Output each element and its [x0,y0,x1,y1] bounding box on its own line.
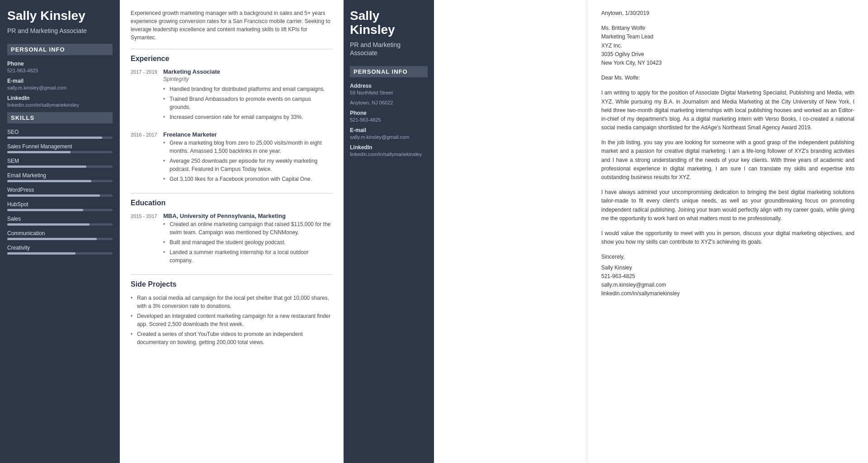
side-project-bullet: Ran a social media ad campaign for the l… [131,294,333,310]
exp-bullet: Created an online marketing campaign tha… [163,220,333,236]
address-label-right: Address [350,83,428,89]
recipient-company: XYZ Inc. [601,42,854,50]
exp-date: 2017 - 2019 [131,68,158,123]
sidebar-right: Sally Kinsley PR and Marketing Associate… [344,0,434,463]
education-heading: Education [131,199,333,207]
cover-paragraph: In the job listing, you say you are look… [601,138,854,182]
exp-bullets: Grew a marketing blog from zero to 25,00… [163,139,333,183]
skill-name: HubSpot [7,201,113,208]
main-content-left: Experienced growth marketing manager wit… [120,0,344,463]
skill-bar-fill [7,252,75,255]
cover-signature: Sally Kinsley 521-963-4825 sally.m.kinsl… [601,264,854,298]
recipient-address2: New York City, NY 10423 [601,59,854,67]
skill-bar-bg [7,180,113,182]
experience-item: 2015 - 2017MBA, University of Pennsylvan… [131,213,333,266]
skills-heading-left: Skills [7,112,113,123]
personal-info-heading-left: Personal Info [7,44,113,55]
exp-details: Freelance MarketerGrew a marketing blog … [163,131,333,185]
skill-name: SEM [7,158,113,164]
email-label-left: E-mail [7,78,113,84]
address-line1-right: 59 Northfield Street [350,90,428,95]
cover-date: Anytown, 1/30/2019 [601,9,854,18]
exp-bullet: Grew a marketing blog from zero to 25,00… [163,139,333,155]
exp-bullet: Increased conversion rate for email camp… [163,113,333,121]
skill-bar-bg [7,238,113,240]
skill-name: Creativity [7,245,113,251]
skill-bar-bg [7,194,113,197]
side-project-bullet: Developed an integrated content marketin… [131,312,333,328]
cover-paragraph: I would value the opportunity to meet wi… [601,229,854,246]
phone-label-right: Phone [350,110,428,116]
sig-phone: 521-963-4825 [601,272,854,281]
resume-right: Sally Kinsley PR and Marketing Associate… [344,0,588,463]
exp-details: MBA, University of Pennsylvania, Marketi… [163,213,333,266]
cover-paragraph: I am writing to apply for the position o… [601,89,854,132]
skill-bar-fill [7,137,102,139]
resume-title-right: PR and Marketing Associate [350,41,428,57]
cover-paragraph: I have always admired your uncompromisin… [601,188,854,223]
skill-bar-fill [7,151,71,153]
skill-bar-bg [7,209,113,211]
skill-bar-fill [7,165,86,168]
side-project-bullet: Created a series of short YouTube videos… [131,330,333,346]
exp-date: 2016 - 2017 [131,131,158,185]
education-list: 2015 - 2017MBA, University of Pennsylvan… [131,213,333,266]
linkedin-value-left: linkedin.com/in/sallymariekinsley [7,102,113,108]
cover-letter: Anytown, 1/30/2019 Ms. Brittany Wolfe Ma… [588,0,868,463]
skills-list: SEOSales Funnel ManagementSEMEmail Marke… [7,129,113,255]
exp-bullets: Handled branding for distributed platfor… [163,85,333,121]
recipient-title: Marketing Team Lead [601,33,854,41]
cover-closing: Sincerely, [601,253,854,261]
cover-recipient: Ms. Brittany Wolfe Marketing Team Lead X… [601,24,854,67]
email-label-right: E-mail [350,127,428,133]
skill-bar-bg [7,137,113,139]
skill-name: Sales Funnel Management [7,143,113,150]
sidebar-left: Sally Kinsley PR and Marketing Associate… [0,0,120,463]
skill-bar-bg [7,223,113,226]
sig-email: sally.m.kinsley@gmail.com [601,281,854,289]
recipient-name: Ms. Brittany Wolfe [601,24,854,33]
skill-bar-bg [7,252,113,255]
skill-name: Sales [7,216,113,222]
side-projects-list: Ran a social media ad campaign for the l… [131,294,333,346]
resume-name-right: Sally Kinsley [350,9,428,37]
resume-title-left: PR and Marketing Associate [7,27,113,35]
resume-left: Sally Kinsley PR and Marketing Associate… [0,0,344,463]
personal-info-heading-right: Personal Info [350,66,428,77]
phone-label-left: Phone [7,61,113,67]
skill-bar-fill [7,194,100,197]
skill-name: Email Marketing [7,172,113,179]
experience-item: 2017 - 2019Marketing AssociateSpintegrit… [131,68,333,123]
cover-paragraphs: I am writing to apply for the position o… [601,89,854,246]
linkedin-value-right: linkedin.com/in/sallymariekinsley [350,151,428,157]
sig-name: Sally Kinsley [601,264,854,272]
side-projects-heading: Side Projects [131,280,333,288]
experience-item: 2016 - 2017Freelance MarketerGrew a mark… [131,131,333,185]
skill-name: SEO [7,129,113,135]
phone-value-left: 521-963-4825 [7,68,113,73]
exp-bullets: Created an online marketing campaign tha… [163,220,333,265]
sig-linkedin: linkedin.com/in/sallymariekinsley [601,289,854,298]
summary-text: Experienced growth marketing manager wit… [131,9,333,42]
skill-bar-bg [7,165,113,168]
exp-bullet: Landed a summer marketing internship for… [163,248,333,265]
skill-bar-fill [7,238,97,240]
recipient-address1: 3035 Ogilvy Drive [601,50,854,59]
resume-name-left: Sally Kinsley [7,9,113,23]
linkedin-label-left: LinkedIn [7,95,113,101]
exp-bullet: Built and managed the student geology po… [163,238,333,246]
email-value-right: sally.m.kinsley@gmail.com [350,134,428,140]
exp-date: 2015 - 2017 [131,213,158,266]
experience-heading: Experience [131,55,333,63]
experience-list: 2017 - 2019Marketing AssociateSpintegrit… [131,68,333,185]
skill-bar-fill [7,223,90,226]
skill-bar-fill [7,209,83,211]
exp-bullet: Got 3,100 likes for a Facebook promotion… [163,175,333,183]
main-content-right [434,0,588,463]
exp-title: Marketing Associate [163,68,333,75]
skill-bar-bg [7,151,113,153]
cover-greeting: Dear Ms. Wolfe: [601,74,854,82]
email-value-left: sally.m.kinsley@gmail.com [7,85,113,90]
address-line2-right: Anytown, NJ 06022 [350,100,428,105]
exp-company: Spintegrity [163,76,333,82]
